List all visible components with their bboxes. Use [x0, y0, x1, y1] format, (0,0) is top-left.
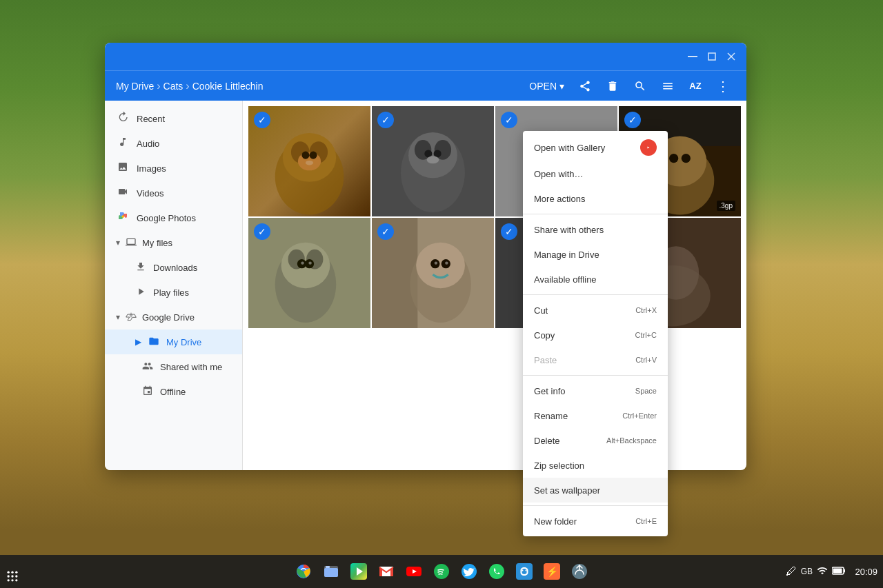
taskbar-app10[interactable] — [567, 559, 592, 584]
svg-point-21 — [427, 156, 439, 163]
svg-point-36 — [669, 154, 678, 163]
photo-check-1: ✓ — [254, 112, 270, 128]
ctx-divider-3 — [523, 375, 668, 376]
maximize-button[interactable] — [705, 50, 719, 63]
photo-item-1[interactable]: ✓ — [248, 106, 370, 216]
close-button[interactable] — [724, 50, 738, 63]
toolbar-actions: OPEN ▾ AZ ⋮ — [524, 74, 735, 99]
expand-my-drive-icon: ▶ — [135, 337, 141, 347]
svg-rect-93 — [844, 569, 845, 572]
photo-check-4: ✓ — [624, 112, 641, 128]
svg-point-66 — [11, 571, 13, 574]
svg-point-50 — [416, 243, 465, 288]
taskbar-apps: ⚡ — [291, 559, 592, 584]
offline-icon — [142, 385, 153, 398]
downloads-icon — [135, 261, 146, 274]
svg-point-72 — [11, 579, 13, 581]
title-bar — [105, 43, 746, 70]
svg-rect-79 — [326, 566, 330, 568]
sidebar-item-recent[interactable]: Recent — [105, 106, 242, 131]
taskbar-gmail[interactable] — [374, 559, 399, 584]
svg-point-11 — [301, 152, 309, 159]
photo-item-2[interactable]: ✓ — [372, 106, 494, 216]
breadcrumb-current[interactable]: Cookie Littlechin — [192, 81, 264, 92]
address-bar: My Drive › Cats › Cookie Littlechin OPEN… — [105, 70, 746, 101]
ctx-manage-drive[interactable]: Manage in Drive — [523, 242, 668, 267]
sidebar-item-play-files[interactable]: Play files — [105, 280, 242, 305]
svg-point-70 — [15, 575, 17, 577]
sidebar-item-shared[interactable]: Shared with me — [105, 354, 242, 379]
taskbar-play[interactable] — [346, 559, 371, 584]
taskbar-app9[interactable]: ⚡ — [539, 559, 564, 584]
svg-point-65 — [8, 571, 10, 574]
ctx-available-offline[interactable]: Available offline — [523, 267, 668, 292]
taskbar-chrome[interactable] — [291, 559, 316, 584]
system-tray: 🖊 GB 20:09 — [786, 565, 877, 578]
google-photos-icon — [116, 211, 130, 225]
sidebar-item-images[interactable]: Images — [105, 156, 242, 181]
ctx-rename[interactable]: Rename Ctrl+Enter — [523, 403, 668, 428]
minimize-button[interactable] — [686, 50, 700, 63]
svg-point-12 — [310, 152, 317, 159]
taskbar-left — [6, 569, 10, 574]
view-button[interactable] — [655, 74, 680, 99]
sidebar-item-my-drive[interactable]: ▶ My Drive — [105, 330, 242, 354]
search-button[interactable] — [628, 74, 653, 99]
ctx-set-wallpaper[interactable]: Set as wallpaper — [523, 478, 668, 503]
taskbar-youtube[interactable] — [401, 559, 426, 584]
ctx-open-gallery[interactable]: Open with Gallery — [523, 134, 668, 161]
sidebar-item-downloads[interactable]: Downloads — [105, 255, 242, 280]
ctx-zip[interactable]: Zip selection — [523, 453, 668, 478]
my-files-header[interactable]: ▾ My files — [105, 230, 242, 255]
open-button[interactable]: OPEN ▾ — [524, 77, 570, 96]
taskbar-whatsapp[interactable] — [484, 559, 509, 584]
my-drive-icon — [148, 336, 159, 349]
ctx-divider-2 — [523, 294, 668, 295]
taskbar-spotify[interactable] — [429, 559, 454, 584]
svg-point-67 — [15, 571, 17, 574]
ctx-delete[interactable]: Delete Alt+Backspace — [523, 428, 668, 453]
ctx-copy[interactable]: Copy Ctrl+C — [523, 323, 668, 347]
svg-rect-94 — [833, 568, 842, 573]
svg-point-16 — [408, 132, 457, 178]
images-icon — [116, 161, 130, 175]
delete-button[interactable] — [600, 74, 625, 99]
window-controls — [686, 50, 738, 63]
sidebar-item-videos[interactable]: Videos — [105, 181, 242, 205]
breadcrumb-mydrive[interactable]: My Drive — [116, 81, 154, 92]
svg-point-45 — [301, 261, 304, 264]
sidebar-item-audio[interactable]: Audio — [105, 131, 242, 156]
time-display[interactable]: 20:09 — [850, 567, 877, 577]
launcher-button[interactable] — [6, 569, 10, 574]
sidebar: Recent Audio Images Videos — [105, 101, 243, 470]
ctx-get-info[interactable]: Get info Space — [523, 378, 668, 403]
sidebar-item-offline[interactable]: Offline — [105, 379, 242, 404]
more-button[interactable]: ⋮ — [711, 74, 735, 99]
svg-point-71 — [8, 579, 10, 581]
taskbar-files[interactable] — [319, 559, 344, 584]
sidebar-item-google-photos[interactable]: Google Photos — [105, 205, 242, 230]
ctx-share[interactable]: Share with others — [523, 217, 668, 242]
ctx-open-with[interactable]: Open with… — [523, 161, 668, 186]
breadcrumb-cats[interactable]: Cats — [163, 81, 183, 92]
svg-point-73 — [15, 579, 17, 581]
ctx-new-folder[interactable]: New folder Ctrl+E — [523, 509, 668, 534]
ctx-cut[interactable]: Cut Ctrl+X — [523, 298, 668, 323]
photo-grid: ✓ ✓ — [243, 101, 746, 470]
taskbar-twitter[interactable] — [457, 559, 482, 584]
svg-point-85 — [489, 564, 504, 579]
photo-item-6[interactable]: ✓ — [372, 218, 494, 328]
battery-icon — [832, 567, 846, 577]
sort-button[interactable]: AZ — [683, 74, 708, 99]
ctx-more-actions[interactable]: More actions — [523, 186, 668, 211]
taskbar-mastodon[interactable] — [512, 559, 537, 584]
svg-point-46 — [308, 261, 311, 264]
gallery-app-icon — [640, 139, 657, 156]
share-button[interactable] — [573, 74, 597, 99]
photo-check-7: ✓ — [501, 223, 517, 240]
google-drive-header[interactable]: ▾ Google Drive — [105, 305, 242, 330]
photo-item-5[interactable]: ✓ — [248, 218, 370, 328]
collapse-my-files-icon: ▾ — [116, 238, 120, 247]
svg-rect-86 — [516, 563, 533, 580]
keyboard-icon[interactable]: 🖊 — [786, 565, 797, 578]
